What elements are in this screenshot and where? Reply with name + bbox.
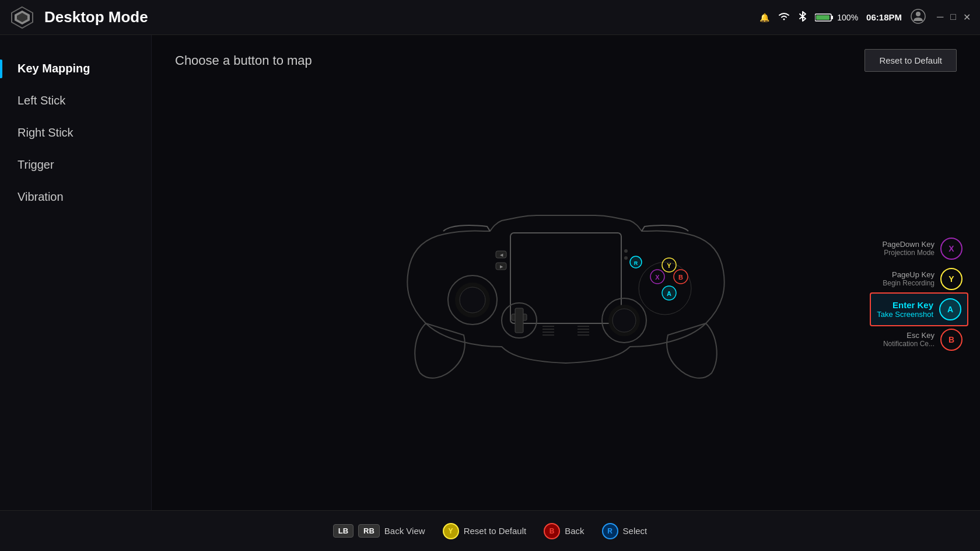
battery-indicator: 100% bbox=[815, 13, 858, 22]
b-bottom-circle: B bbox=[544, 523, 560, 539]
controller-wrapper: X A B Y R bbox=[152, 78, 980, 510]
rb-badge: RB bbox=[358, 524, 380, 538]
sidebar-item-key-mapping[interactable]: Key Mapping bbox=[0, 53, 151, 85]
svg-rect-19 bbox=[515, 308, 523, 333]
content-area: Choose a button to map Reset to Default bbox=[152, 35, 980, 510]
reset-to-default-button[interactable]: Reset to Default bbox=[864, 49, 957, 72]
svg-text:B: B bbox=[678, 274, 683, 281]
enter-label-text: Enter Key Take Screenshot bbox=[877, 300, 933, 319]
svg-point-7 bbox=[916, 12, 921, 16]
sidebar-item-right-stick[interactable]: Right Stick bbox=[0, 117, 151, 149]
svg-rect-5 bbox=[816, 15, 830, 20]
svg-point-12 bbox=[460, 287, 485, 313]
bottom-a-btn: R Select bbox=[602, 523, 648, 539]
content-header: Choose a button to map Reset to Default bbox=[152, 35, 980, 78]
svg-point-15 bbox=[612, 309, 636, 332]
b-button-circle: B bbox=[940, 329, 963, 351]
y-bottom-circle: Y bbox=[443, 523, 459, 539]
user-icon[interactable] bbox=[910, 8, 926, 26]
lb-badge: LB bbox=[333, 524, 354, 538]
button-label-pagedown[interactable]: PageDown Key Projection Mode X bbox=[882, 238, 963, 260]
sidebar: Key Mapping Left Stick Right Stick Trigg… bbox=[0, 35, 152, 510]
minimize-button[interactable]: ─ bbox=[937, 12, 943, 23]
svg-point-36 bbox=[624, 256, 628, 260]
window-controls[interactable]: ─ □ ✕ bbox=[937, 12, 971, 23]
pagedown-label-text: PageDown Key Projection Mode bbox=[882, 240, 935, 257]
sidebar-item-vibration[interactable]: Vibration bbox=[0, 181, 151, 213]
bluetooth-icon bbox=[799, 11, 807, 24]
titlebar-right: 🔔 100% 06:18PM bbox=[760, 8, 926, 26]
titlebar: Desktop Mode 🔔 100% 06:18PM bbox=[0, 0, 980, 35]
main-layout: Key Mapping Left Stick Right Stick Trigg… bbox=[0, 35, 980, 510]
maximize-button[interactable]: □ bbox=[950, 12, 956, 23]
button-label-esc[interactable]: Esc Key Notification Ce... B bbox=[883, 329, 963, 351]
esc-label-text: Esc Key Notification Ce... bbox=[883, 331, 935, 348]
controller-image: X A B Y R bbox=[397, 207, 735, 382]
app-logo bbox=[9, 5, 35, 30]
button-label-pageup[interactable]: PageUp Key Begin Recording Y bbox=[883, 268, 963, 290]
wifi-icon bbox=[778, 11, 790, 23]
svg-text:X: X bbox=[655, 274, 660, 281]
select-label: Select bbox=[623, 526, 648, 536]
button-label-list: PageDown Key Projection Mode X PageUp Ke… bbox=[876, 238, 963, 351]
pageup-label-text: PageUp Key Begin Recording bbox=[883, 270, 935, 287]
bottom-y-btn: Y Reset to Default bbox=[443, 523, 527, 539]
close-button[interactable]: ✕ bbox=[963, 12, 971, 23]
button-label-enter[interactable]: Enter Key Take Screenshot A bbox=[870, 292, 968, 326]
app-title: Desktop Mode bbox=[44, 8, 760, 26]
battery-percent: 100% bbox=[837, 13, 858, 22]
x-button-circle: X bbox=[940, 238, 963, 260]
y-button-circle: Y bbox=[940, 268, 963, 290]
back-label: Back bbox=[565, 526, 584, 536]
svg-text:Y: Y bbox=[667, 262, 671, 269]
notification-icon[interactable]: 🔔 bbox=[760, 13, 769, 22]
svg-rect-9 bbox=[512, 235, 620, 322]
clock: 06:18PM bbox=[866, 12, 902, 22]
a-button-circle: A bbox=[939, 298, 961, 320]
back-view-label: Back View bbox=[384, 526, 425, 536]
sidebar-item-left-stick[interactable]: Left Stick bbox=[0, 85, 151, 117]
reset-label: Reset to Default bbox=[464, 526, 527, 536]
bottom-b-btn: B Back bbox=[544, 523, 584, 539]
svg-point-35 bbox=[624, 249, 628, 253]
sidebar-item-trigger[interactable]: Trigger bbox=[0, 149, 151, 181]
svg-rect-4 bbox=[831, 16, 833, 19]
a-bottom-circle: R bbox=[602, 523, 618, 539]
bottom-bar: LB RB Back View Y Reset to Default B Bac… bbox=[0, 510, 980, 551]
content-title: Choose a button to map bbox=[175, 53, 312, 68]
bottom-lbrb-btn: LB RB Back View bbox=[333, 524, 425, 538]
svg-text:R: R bbox=[634, 260, 638, 266]
svg-text:A: A bbox=[667, 290, 671, 297]
